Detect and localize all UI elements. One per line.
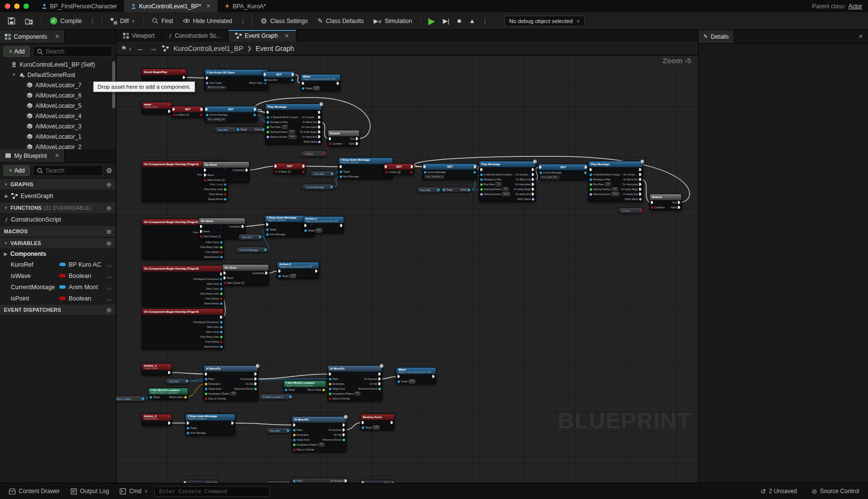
add-component-button[interactable]: +Add (3, 46, 30, 57)
pin[interactable] (468, 189, 470, 191)
getter-node-aml2[interactable]: AI Move Locator 2 (259, 394, 293, 400)
pin[interactable] (187, 422, 189, 424)
node-fx2[interactable]: PawnOn Success (292, 478, 348, 483)
pin[interactable] (220, 331, 223, 333)
pin[interactable] (343, 433, 345, 436)
class-settings-button[interactable]: ⚙ Class Settings (257, 15, 312, 27)
close-tab-icon[interactable]: ✕ (285, 33, 289, 39)
pin[interactable] (318, 125, 321, 128)
tree-item-kurocontrollevel1-bp-self-[interactable]: KuroControlLevel1_BP (Self) (0, 59, 116, 70)
pin[interactable] (423, 165, 426, 168)
class-defaults-button[interactable]: ✎ Class Defaults (314, 15, 368, 26)
pin[interactable] (223, 282, 226, 284)
pin[interactable] (224, 198, 226, 200)
pin[interactable] (259, 236, 261, 238)
pin[interactable] (385, 171, 388, 174)
pin[interactable] (266, 233, 269, 236)
variable-row-currentmontage[interactable]: CurrentMontageAnim Mont◡ (0, 281, 116, 293)
pin[interactable] (254, 377, 257, 380)
pin[interactable] (397, 375, 400, 378)
node-gwl2[interactable]: f Get World LocationTarget is Scene Comp… (283, 380, 326, 393)
node-widget[interactable]: self (313, 86, 320, 90)
node-widget[interactable]: None (611, 192, 620, 196)
components-panel-tab[interactable]: Components ✕ (0, 30, 65, 43)
pin[interactable] (362, 426, 364, 429)
pin[interactable] (337, 82, 339, 85)
pin[interactable] (329, 393, 331, 395)
pin[interactable] (378, 382, 381, 385)
node-mv3[interactable]: AI MoveToPawnOn SuccessDestinationOn Fai… (292, 416, 347, 452)
pin[interactable] (590, 168, 592, 171)
pin[interactable] (204, 174, 206, 176)
graphs-section-header[interactable]: ▼GRAPHS ⊕ (0, 178, 116, 190)
eye-closed-icon[interactable]: ◡ (104, 273, 112, 279)
pin[interactable] (274, 165, 277, 168)
node-gac[interactable]: f Get Actor Of ClassActor ClassReturn Va… (204, 69, 268, 91)
pin[interactable] (585, 166, 587, 169)
macos-traffic-lights[interactable] (0, 0, 35, 12)
node-widget[interactable]: 5.0 (230, 392, 236, 396)
pin[interactable] (480, 188, 483, 191)
pin[interactable] (304, 229, 307, 232)
node-widget[interactable]: self (409, 379, 415, 383)
pin[interactable] (362, 421, 364, 424)
pin[interactable] (329, 143, 331, 145)
pin[interactable] (651, 201, 653, 204)
pin[interactable] (424, 171, 426, 174)
pin[interactable] (205, 393, 207, 395)
pin[interactable] (224, 193, 226, 196)
pin[interactable] (329, 398, 331, 400)
tree-item-defaultsceneroot[interactable]: ▼DefaultSceneRoot (0, 70, 116, 80)
pin[interactable] (254, 373, 257, 375)
pin[interactable] (200, 108, 203, 111)
node-fx3[interactable]: Target (360, 480, 396, 483)
getter-node-cm_a[interactable]: Current Montage (302, 184, 334, 190)
pin[interactable] (220, 251, 223, 253)
pin[interactable] (168, 422, 171, 424)
node-widget[interactable]: 0.0 (289, 130, 295, 134)
node-widget[interactable]: 0.0 (612, 187, 618, 191)
unsaved-status[interactable]: ↺ 2 Unsaved (757, 488, 801, 495)
pin[interactable] (330, 186, 333, 188)
pin[interactable] (267, 111, 269, 114)
pin[interactable] (651, 206, 653, 209)
pin[interactable] (231, 422, 234, 424)
node-widget[interactable] (186, 114, 189, 116)
pin[interactable] (590, 174, 592, 176)
output-log-button[interactable]: Output Log (67, 488, 113, 495)
tab-construction-script[interactable]: ƒ Construction Sc... (162, 30, 228, 42)
node-a1e[interactable]: Action_1Custom Event (142, 363, 172, 375)
node-msh2[interactable]: TargetMesh (441, 187, 471, 193)
save-button[interactable] (4, 15, 19, 26)
node-widget[interactable]: None (502, 192, 510, 196)
console-command-input[interactable]: Enter Console Command (154, 486, 270, 497)
tree-item-aimovelocator-2[interactable]: AIMoveLocator_2 (0, 142, 116, 149)
pin[interactable] (149, 396, 152, 399)
pin[interactable] (329, 383, 331, 385)
node-widget[interactable]: None (288, 135, 297, 139)
node-gwl1[interactable]: f Get World LocationTarget is Scene Comp… (148, 388, 188, 400)
pin[interactable] (215, 482, 217, 483)
pin[interactable] (223, 272, 226, 274)
content-drawer-button[interactable]: Content Drawer (5, 488, 64, 495)
eye-closed-icon[interactable]: ◡ (104, 261, 112, 268)
pin[interactable] (187, 432, 189, 434)
pin[interactable] (315, 270, 318, 273)
pin[interactable] (291, 79, 294, 81)
node-fx1[interactable]: Target (182, 480, 219, 483)
getter-node-kr_f[interactable]: Kuro Ref (266, 427, 291, 434)
pin[interactable] (302, 171, 304, 173)
pin[interactable] (267, 131, 269, 133)
pin[interactable] (532, 188, 534, 191)
pin[interactable] (224, 188, 226, 191)
node-widget[interactable]: Kuro_kneeling_A ▾ (424, 175, 444, 179)
delegate-pin[interactable] (168, 415, 170, 418)
pin[interactable] (329, 378, 331, 380)
frame-skip-button[interactable]: ▶| (440, 17, 452, 25)
debug-object-dropdown[interactable]: No debug object selected∨ (504, 16, 585, 26)
node-widget[interactable] (218, 235, 221, 238)
pin[interactable] (293, 480, 296, 482)
pin[interactable] (331, 173, 333, 175)
node-wave1[interactable]: WaveTarget is Kuro Control Level 1 BPTar… (300, 74, 341, 91)
close-icon[interactable]: ✕ (55, 152, 59, 159)
